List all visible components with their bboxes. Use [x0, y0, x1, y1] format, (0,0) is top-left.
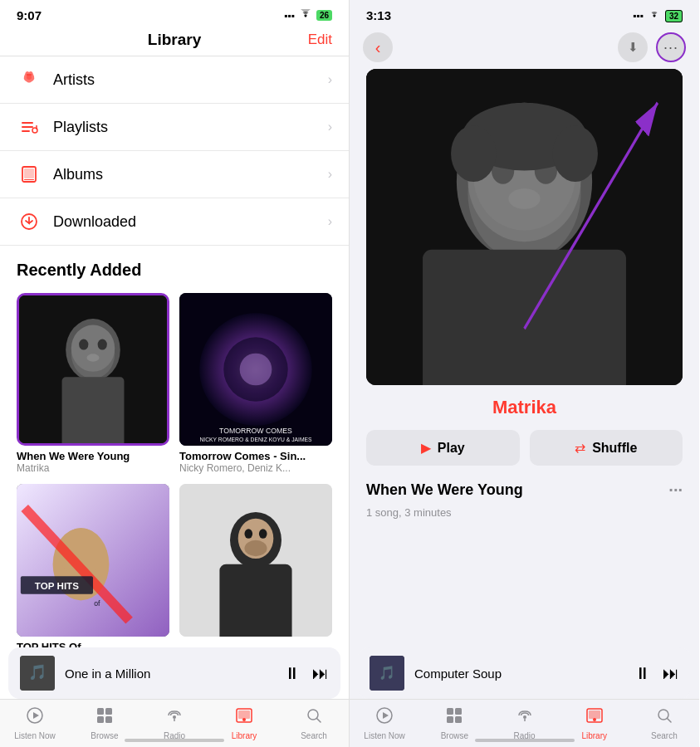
play-button[interactable]: ▶ Play [366, 430, 520, 466]
back-button[interactable]: ‹ [363, 32, 393, 62]
svg-point-38 [244, 540, 267, 556]
forward-button-right[interactable]: ⏭ [663, 664, 679, 683]
np-title-right: Computer Soup [414, 666, 624, 681]
svg-text:TOMORROW COMES: TOMORROW COMES [219, 427, 292, 435]
svg-marker-42 [33, 712, 39, 719]
np-controls-right: ⏸ ⏭ [634, 664, 679, 683]
svg-point-76 [523, 715, 526, 719]
tab-listen-now-left[interactable]: Listen Now [0, 706, 70, 740]
tab-listen-now-right[interactable]: Listen Now [350, 706, 419, 740]
svg-rect-4 [22, 130, 30, 132]
tab-library-left[interactable]: Library [209, 706, 279, 740]
album-artist-2: Nicky Romero, Deniz K... [179, 462, 332, 474]
albums-chevron: › [328, 167, 332, 182]
album-card-person[interactable] [174, 479, 337, 658]
menu-item-albums[interactable]: Albums › [0, 151, 349, 198]
tab-radio-left[interactable]: Radio [140, 706, 209, 740]
wifi-icon [299, 9, 312, 22]
artwork-bw [19, 295, 167, 443]
svg-rect-2 [22, 122, 33, 124]
svg-point-36 [244, 529, 252, 539]
menu-item-downloaded[interactable]: Downloaded › [0, 198, 349, 246]
time-left: 9:07 [17, 8, 42, 22]
artwork-person [179, 484, 332, 637]
status-icons-left: ▪▪▪ 26 [284, 9, 332, 22]
menu-item-playlists[interactable]: Playlists › [0, 104, 349, 151]
pause-button-left[interactable]: ⏸ [284, 664, 301, 683]
forward-button-left[interactable]: ⏭ [312, 664, 329, 683]
svg-text:NICKY ROMERO & DENIZ KOYU & JA: NICKY ROMERO & DENIZ KOYU & JAIMES [199, 437, 312, 442]
playlists-chevron: › [328, 120, 332, 134]
tab-radio-right[interactable]: Radio [489, 706, 559, 740]
song-dots-button[interactable]: ··· [668, 481, 683, 500]
album-thumb-4 [179, 484, 332, 637]
download-button[interactable]: ⬇ [618, 32, 648, 62]
now-playing-bar-left[interactable]: 🎵 One in a Million ⏸ ⏭ [8, 647, 340, 699]
tab-search-left[interactable]: Search [279, 706, 349, 740]
radio-icon-left [165, 706, 184, 729]
album-card-top-hits[interactable]: TOP HITS of TOP HITS Of [12, 479, 174, 658]
tab-browse-label-right: Browse [441, 731, 468, 740]
album-grid: When We Were Young Matrika [0, 288, 349, 658]
tab-library-right[interactable]: Library [560, 706, 629, 740]
artist-name: Matrika [350, 397, 699, 418]
now-playing-bar-right[interactable]: 🎵 Computer Soup ⏸ ⏭ [358, 647, 691, 699]
tab-search-right[interactable]: Search [629, 706, 699, 740]
home-indicator-right [475, 739, 575, 742]
np-thumb-right: 🎵 [370, 656, 404, 691]
svg-point-22 [240, 354, 272, 386]
artist-photo [366, 69, 683, 385]
tab-library-label-left: Library [232, 731, 257, 740]
artists-chevron: › [328, 72, 332, 87]
status-bar-right: 3:13 ▪▪▪ 32 [350, 0, 699, 27]
svg-rect-46 [105, 716, 112, 723]
play-label: Play [438, 441, 465, 456]
menu-item-artists[interactable]: Artists › [0, 56, 349, 104]
svg-point-64 [451, 125, 496, 182]
edit-button[interactable]: Edit [308, 32, 332, 48]
battery-left: 26 [316, 10, 332, 21]
svg-rect-57 [423, 250, 626, 385]
svg-marker-71 [383, 712, 389, 719]
tab-browse-left[interactable]: Browse [70, 706, 140, 740]
svg-rect-14 [62, 377, 125, 443]
album-name-2: Tomorrow Comes - Sin... [179, 450, 332, 462]
albums-icon [17, 162, 42, 187]
recently-added-header: Recently Added [0, 246, 349, 288]
tab-browse-label-left: Browse [91, 731, 118, 740]
album-thumb-1 [17, 293, 169, 446]
nav-header-left: Library Edit [0, 27, 349, 56]
wifi-icon-right [648, 9, 661, 22]
svg-text:🎵: 🎵 [28, 663, 47, 681]
tab-browse-right[interactable]: Browse [419, 706, 489, 740]
svg-point-80 [593, 718, 596, 721]
tab-search-label-left: Search [301, 731, 327, 740]
album-card-tomorrow-comes[interactable]: TOMORROW COMES NICKY ROMERO & DENIZ KOYU… [174, 288, 337, 479]
tab-search-label-right: Search [651, 731, 678, 740]
tab-listen-now-label-right: Listen Now [364, 731, 404, 740]
library-icon-right [585, 706, 604, 729]
svg-point-16 [79, 339, 88, 349]
album-artist-1: Matrika [17, 462, 169, 474]
svg-point-15 [71, 325, 115, 372]
shuffle-button[interactable]: ⇄ Shuffle [530, 430, 683, 466]
svg-point-18 [87, 354, 100, 361]
download-icon: ⬇ [628, 40, 639, 55]
svg-line-53 [317, 719, 321, 723]
svg-point-51 [242, 718, 246, 721]
playlists-icon [17, 115, 42, 139]
artwork-tomorrow: TOMORROW COMES NICKY ROMERO & DENIZ KOYU… [179, 293, 332, 446]
artists-label: Artists [53, 71, 328, 89]
play-icon: ▶ [421, 440, 431, 456]
more-button[interactable]: ··· [656, 32, 686, 62]
song-meta: 1 song, 3 minutes [350, 503, 699, 519]
listen-now-icon [26, 706, 44, 729]
svg-rect-43 [97, 708, 104, 715]
album-card-when-we-were-young[interactable]: When We Were Young Matrika [12, 288, 174, 479]
playlists-label: Playlists [53, 119, 328, 136]
pause-button-right[interactable]: ⏸ [634, 664, 651, 683]
browse-icon-right [445, 706, 463, 729]
more-dots-icon: ··· [663, 39, 678, 56]
search-icon-left [305, 706, 323, 729]
home-indicator-left [125, 739, 224, 742]
